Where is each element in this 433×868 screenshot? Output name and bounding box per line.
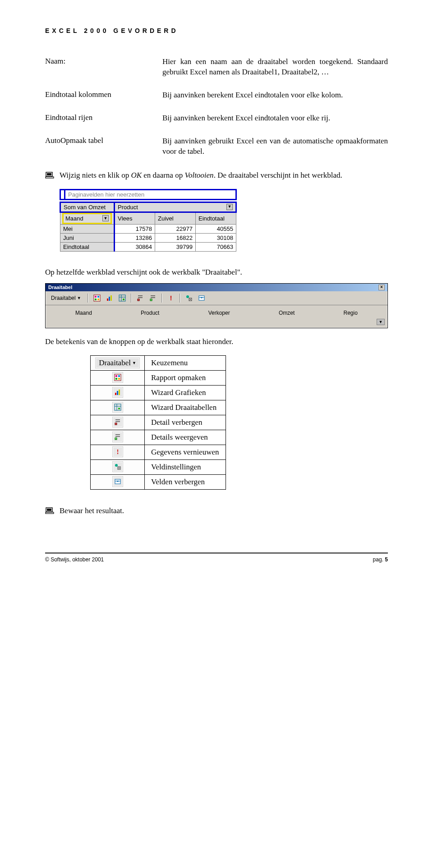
legend-label: Veldinstellingen	[145, 459, 226, 474]
footer-pagenum: pag. 5	[373, 556, 388, 563]
close-icon[interactable]: ×	[378, 285, 385, 290]
separator	[180, 294, 180, 303]
svg-rect-7	[97, 299, 99, 300]
svg-rect-5	[97, 296, 99, 298]
svg-point-52	[115, 464, 118, 467]
toolbar-title-text: Draaitabel	[48, 285, 72, 290]
pivot-col-header: Vlees	[115, 212, 155, 224]
svg-text:!: !	[116, 449, 119, 455]
field-settings-icon	[113, 462, 123, 472]
definition-desc: Bij aanvinken berekent Excel eindtotalen…	[162, 113, 388, 124]
svg-point-14	[123, 299, 124, 300]
field-chip[interactable]: Maand	[75, 310, 92, 316]
pivot-row-header: Mei	[60, 224, 115, 233]
pivot-row-header: Juni	[60, 233, 115, 242]
action-step: Wijzig niets en klik op OK en daarna op …	[45, 170, 388, 181]
definition-term: Eindtotaal kolommen	[45, 90, 162, 101]
show-detail-icon	[113, 432, 123, 442]
legend-label: Wizard Grafieken	[145, 385, 226, 400]
body-text: De betekenis van de knoppen op de werkba…	[45, 337, 388, 346]
chart-wizard-icon[interactable]	[105, 293, 115, 303]
action-text: Bewaar het resultaat.	[60, 506, 388, 516]
svg-rect-10	[111, 295, 112, 301]
definition-desc: Bij aanvinken gebruikt Excel een van de …	[162, 136, 388, 157]
field-settings-icon[interactable]	[184, 293, 194, 303]
svg-rect-2	[46, 177, 54, 178]
page-footer: © Softwijs, oktober 2001 pag. 5	[45, 552, 388, 563]
definition-row: AutoOpmaak tabel Bij aanvinken gebruikt …	[45, 136, 388, 157]
hide-fields-icon	[113, 477, 123, 487]
separator	[88, 294, 88, 303]
field-chip[interactable]: Omzet	[279, 310, 295, 316]
hide-fields-icon[interactable]	[197, 293, 207, 303]
show-detail-icon[interactable]	[148, 293, 158, 303]
field-chip[interactable]: Product	[141, 310, 159, 316]
draaitabel-menu-button[interactable]: Draaitabel ▼	[48, 293, 84, 303]
page-header: EXCEL 2000 GEVORDERD	[45, 27, 388, 34]
definitions-list: Naam: Hier kan een naam aan de draaitabe…	[45, 57, 388, 157]
field-chip[interactable]: Verkoper	[208, 310, 230, 316]
pivot-toolbar-screenshot: Draaitabel × Draaitabel ▼ !	[45, 283, 388, 328]
definition-row: Eindtotaal rijen Bij aanvinken berekent …	[45, 113, 388, 124]
refresh-data-icon[interactable]: !	[166, 293, 176, 303]
legend-label: Gegevens vernieuwen	[145, 445, 226, 459]
format-report-icon[interactable]	[92, 293, 102, 303]
svg-point-41	[118, 408, 120, 409]
svg-rect-59	[46, 512, 54, 514]
pivot-wizard-icon	[113, 402, 123, 412]
svg-point-25	[186, 295, 189, 298]
pivot-value: 30864	[115, 242, 155, 251]
svg-rect-31	[115, 375, 117, 377]
pivot-month-dropdown[interactable]: Maand ▼	[60, 212, 115, 224]
separator	[161, 294, 162, 303]
toolbar-fields-row: Maand Product Verkoper Omzet Regio	[46, 305, 387, 319]
legend-label: Detail verbergen	[145, 415, 226, 430]
legend-label: Wizard Draaitabellen	[145, 400, 226, 415]
chart-wizard-icon	[113, 387, 123, 397]
svg-rect-34	[118, 378, 120, 380]
definition-row: Naam: Hier kan een naam aan de draaitabe…	[45, 57, 388, 78]
computer-icon	[45, 506, 60, 515]
definition-desc: Bij aanvinken berekent Excel eindtotalen…	[162, 90, 388, 101]
chevron-down-icon[interactable]: ▼	[102, 215, 109, 221]
toolbar-footer: ▼	[46, 319, 387, 328]
body-text: Op hetzelfde werkblad verschijnt ook de …	[45, 268, 388, 277]
legend-icon-cell: Draaitabel ▼	[91, 355, 145, 370]
field-chip[interactable]: Regio	[343, 310, 357, 316]
pivot-wizard-icon[interactable]	[117, 293, 127, 303]
definition-term: Eindtotaal rijen	[45, 113, 162, 124]
footer-copyright: © Softwijs, oktober 2001	[45, 556, 104, 563]
pivot-dropzone: Paginavelden hier neerzetten	[65, 189, 236, 199]
chevron-down-icon: ▼	[77, 296, 81, 300]
pivot-col-header: Eindtotaal	[196, 212, 236, 224]
legend-label: Details weergeven	[145, 430, 226, 445]
legend-label: Velden verbergen	[145, 474, 226, 489]
svg-rect-32	[118, 375, 120, 377]
svg-rect-58	[47, 509, 51, 511]
pivot-value: 13286	[115, 233, 155, 242]
svg-rect-37	[119, 390, 120, 395]
separator	[131, 294, 132, 303]
pivot-value: 39799	[155, 242, 196, 251]
definition-desc: Hier kan een naam aan de draaitabel word…	[162, 57, 388, 78]
svg-rect-8	[107, 299, 108, 301]
scroll-down-icon[interactable]: ▼	[377, 319, 385, 325]
pivot-value: 40555	[196, 224, 236, 233]
svg-rect-35	[115, 393, 116, 395]
format-report-icon	[113, 372, 123, 382]
definition-term: Naam:	[45, 57, 162, 78]
pivot-value: 30108	[196, 233, 236, 242]
chevron-down-icon[interactable]: ▼	[226, 204, 233, 210]
action-text: Wijzig niets en klik op OK en daarna op …	[60, 170, 388, 181]
definition-row: Eindtotaal kolommen Bij aanvinken bereke…	[45, 90, 388, 101]
icon-legend: Draaitabel ▼ Keuzemenu Rapport opmaken W…	[90, 355, 388, 490]
svg-rect-1	[47, 173, 51, 175]
svg-rect-6	[95, 299, 97, 300]
refresh-data-icon: !	[113, 447, 123, 457]
pivot-value: 70663	[196, 242, 236, 251]
hide-detail-icon[interactable]	[135, 293, 145, 303]
pivot-value: 16822	[155, 233, 196, 242]
svg-rect-33	[115, 378, 117, 380]
pivot-table-screenshot: Paginavelden hier neerzetten Som van Omz…	[60, 189, 388, 252]
pivot-product-dropdown[interactable]: Product ▼	[115, 202, 236, 212]
